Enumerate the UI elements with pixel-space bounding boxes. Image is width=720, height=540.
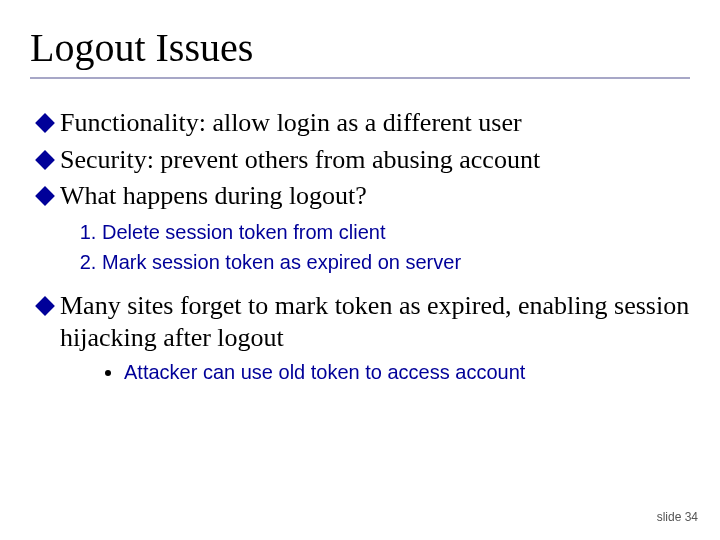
bullet-text: Many sites forget to mark token as expir… — [60, 290, 690, 355]
numbered-sublist: Delete session token from client Mark se… — [102, 219, 690, 276]
bullet-text: What happens during logout? — [60, 180, 690, 213]
list-item: Functionality: allow login as a differen… — [36, 107, 690, 140]
disc-sublist: Attacker can use old token to access acc… — [124, 361, 690, 384]
list-item: What happens during logout? — [36, 180, 690, 213]
bullet-list: Functionality: allow login as a differen… — [36, 107, 690, 384]
list-item: Attacker can use old token to access acc… — [124, 361, 690, 384]
diamond-icon — [35, 150, 55, 170]
list-item: Mark session token as expired on server — [102, 249, 690, 276]
list-item: Many sites forget to mark token as expir… — [36, 290, 690, 355]
diamond-icon — [35, 113, 55, 133]
bullet-text: Functionality: allow login as a differen… — [60, 107, 690, 140]
list-item: Security: prevent others from abusing ac… — [36, 144, 690, 177]
page-title: Logout Issues — [30, 24, 690, 71]
title-underline — [30, 77, 690, 79]
list-item: Delete session token from client — [102, 219, 690, 246]
bullet-text: Security: prevent others from abusing ac… — [60, 144, 690, 177]
diamond-icon — [35, 186, 55, 206]
diamond-icon — [35, 296, 55, 316]
slide-number: slide 34 — [657, 510, 698, 524]
